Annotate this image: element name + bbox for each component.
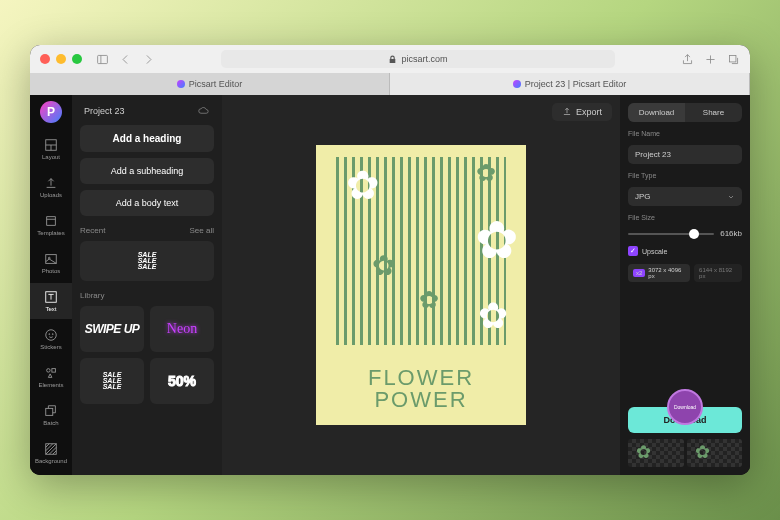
export-button[interactable]: Export: [552, 103, 612, 121]
svg-point-11: [52, 334, 53, 335]
filename-input[interactable]: Project 23: [628, 145, 742, 164]
chevron-down-icon: [727, 193, 735, 201]
filetype-select[interactable]: JPG: [628, 187, 742, 206]
favicon-icon: [177, 80, 185, 88]
nav-templates[interactable]: Templates: [30, 207, 72, 243]
tab-download[interactable]: Download: [628, 103, 685, 122]
add-heading-button[interactable]: Add a heading: [80, 125, 214, 152]
filename-label: File Name: [628, 130, 742, 137]
library-thumb-neon[interactable]: Neon: [150, 306, 214, 352]
library-thumb-fifty[interactable]: 50%: [150, 358, 214, 404]
upscale-checkbox[interactable]: Upscale: [628, 246, 742, 256]
recent-thumb-sale[interactable]: SALE SALE SALE: [80, 241, 214, 281]
download-indicator-icon: Download: [667, 389, 703, 425]
back-icon[interactable]: [119, 53, 132, 66]
canvas-area[interactable]: Export FLOWER POWER: [222, 95, 620, 475]
flower-icon: [478, 297, 514, 333]
library-thumb-swipe[interactable]: SWIPE UP: [80, 306, 144, 352]
see-all-link[interactable]: See all: [190, 226, 214, 235]
dimension-option-1[interactable]: x23072 x 4096 px: [628, 264, 690, 282]
svg-rect-14: [46, 408, 53, 415]
filetype-label: File Type: [628, 172, 742, 179]
browser-titlebar: picsart.com: [30, 45, 750, 73]
nav-batch[interactable]: Batch: [30, 397, 72, 433]
share-icon[interactable]: [681, 53, 694, 66]
svg-point-10: [49, 334, 50, 335]
address-bar[interactable]: picsart.com: [221, 50, 615, 68]
nav-photos[interactable]: Photos: [30, 245, 72, 281]
nav-uploads[interactable]: Uploads: [30, 169, 72, 205]
preview-thumb[interactable]: [628, 439, 684, 467]
add-body-button[interactable]: Add a body text: [80, 190, 214, 216]
tab-share[interactable]: Share: [685, 103, 742, 122]
text-panel: Project 23 Add a heading Add a subheadin…: [72, 95, 222, 475]
nav-stickers[interactable]: Stickers: [30, 321, 72, 357]
export-icon: [562, 107, 572, 117]
export-tabs: Download Share: [628, 103, 742, 122]
favicon-icon: [513, 80, 521, 88]
svg-rect-13: [52, 369, 56, 373]
recent-label: Recent: [80, 226, 105, 235]
svg-rect-0: [98, 55, 108, 63]
library-thumb-sale[interactable]: SALE SALE SALE: [80, 358, 144, 404]
url-text: picsart.com: [401, 54, 447, 64]
svg-rect-2: [729, 55, 736, 62]
preview-thumb[interactable]: [687, 439, 743, 467]
filesize-label: File Size: [628, 214, 742, 221]
app-logo-icon[interactable]: P: [40, 101, 62, 123]
flower-icon: [476, 161, 500, 185]
lock-icon: [388, 55, 397, 64]
flower-icon: [346, 165, 386, 205]
project-header: Project 23: [80, 103, 214, 119]
svg-point-12: [47, 369, 51, 373]
forward-icon[interactable]: [142, 53, 155, 66]
tab-editor[interactable]: Picsart Editor: [30, 73, 390, 95]
tab-project[interactable]: Project 23 | Picsart Editor: [390, 73, 750, 95]
minimize-window-icon[interactable]: [56, 54, 66, 64]
export-panel: Download Share File Name Project 23 File…: [620, 95, 750, 475]
nav-elements[interactable]: Elements: [30, 359, 72, 395]
dimension-option-2[interactable]: 6144 x 8192 px: [694, 264, 742, 282]
maximize-window-icon[interactable]: [72, 54, 82, 64]
library-label: Library: [80, 291, 104, 300]
poster-text: FLOWER POWER: [316, 367, 526, 411]
filesize-slider[interactable]: [628, 233, 714, 235]
left-iconbar: P Layout Uploads Templates Photos Text S…: [30, 95, 72, 475]
nav-layout[interactable]: Layout: [30, 131, 72, 167]
close-window-icon[interactable]: [40, 54, 50, 64]
add-subheading-button[interactable]: Add a subheading: [80, 158, 214, 184]
nav-text[interactable]: Text: [30, 283, 72, 319]
filesize-value: 616kb: [720, 229, 742, 238]
cloud-sync-icon[interactable]: [198, 105, 210, 117]
svg-point-9: [46, 330, 57, 341]
flower-icon: [475, 214, 526, 266]
sidebar-icon[interactable]: [96, 53, 109, 66]
browser-tabs: Picsart Editor Project 23 | Picsart Edit…: [30, 73, 750, 95]
nav-background[interactable]: Background: [30, 435, 72, 471]
new-tab-icon[interactable]: [704, 53, 717, 66]
flower-icon: [372, 251, 400, 279]
project-name: Project 23: [84, 106, 125, 116]
flower-icon: [419, 288, 443, 312]
tabs-icon[interactable]: [727, 53, 740, 66]
artboard[interactable]: FLOWER POWER: [316, 145, 526, 425]
